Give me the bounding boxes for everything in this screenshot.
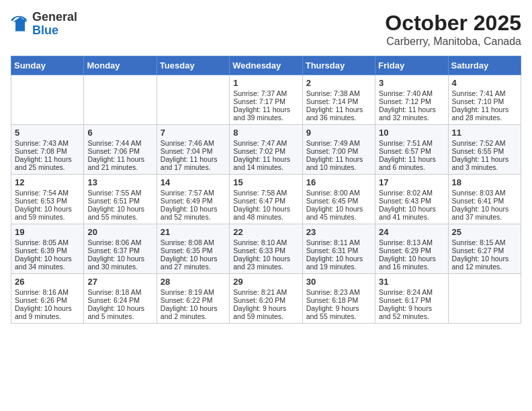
sunrise-text: Sunrise: 7:40 AM bbox=[379, 89, 444, 97]
sunrise-text: Sunrise: 8:18 AM bbox=[87, 288, 152, 296]
calendar-cell: 11Sunrise: 7:52 AMSunset: 6:55 PMDayligh… bbox=[448, 125, 521, 175]
sunset-text: Sunset: 6:18 PM bbox=[306, 296, 371, 304]
calendar-header-monday: Monday bbox=[84, 56, 157, 75]
calendar-week-row: 12Sunrise: 7:54 AMSunset: 6:53 PMDayligh… bbox=[11, 175, 521, 224]
day-number: 5 bbox=[15, 128, 80, 138]
sunset-text: Sunset: 7:00 PM bbox=[306, 147, 371, 155]
day-number: 9 bbox=[306, 128, 371, 138]
daylight-text: Daylight: 10 hours and 55 minutes. bbox=[87, 205, 152, 221]
sunrise-text: Sunrise: 8:10 AM bbox=[233, 238, 298, 246]
sunrise-text: Sunrise: 7:55 AM bbox=[87, 189, 152, 197]
daylight-text: Daylight: 11 hours and 17 minutes. bbox=[161, 155, 226, 171]
day-number: 10 bbox=[379, 128, 444, 138]
logo-general: General bbox=[32, 11, 77, 24]
calendar-header-tuesday: Tuesday bbox=[157, 56, 229, 75]
sunset-text: Sunset: 6:26 PM bbox=[15, 296, 80, 304]
daylight-text: Daylight: 10 hours and 37 minutes. bbox=[452, 205, 517, 221]
calendar-cell: 12Sunrise: 7:54 AMSunset: 6:53 PMDayligh… bbox=[11, 175, 84, 224]
daylight-text: Daylight: 11 hours and 6 minutes. bbox=[379, 155, 444, 171]
sunset-text: Sunset: 7:06 PM bbox=[87, 147, 152, 155]
sunset-text: Sunset: 7:17 PM bbox=[233, 97, 298, 105]
calendar-header-sunday: Sunday bbox=[11, 56, 84, 75]
sunset-text: Sunset: 7:14 PM bbox=[306, 97, 371, 105]
sunrise-text: Sunrise: 7:52 AM bbox=[452, 139, 517, 147]
day-number: 15 bbox=[233, 177, 298, 187]
title-block: October 2025 Carberry, Manitoba, Canada bbox=[385, 11, 521, 48]
daylight-text: Daylight: 10 hours and 19 minutes. bbox=[306, 255, 371, 271]
calendar-cell: 19Sunrise: 8:05 AMSunset: 6:39 PMDayligh… bbox=[11, 224, 84, 274]
sunset-text: Sunset: 6:33 PM bbox=[233, 246, 298, 255]
sunset-text: Sunset: 7:10 PM bbox=[452, 97, 517, 105]
day-number: 30 bbox=[306, 277, 371, 287]
calendar-cell: 3Sunrise: 7:40 AMSunset: 7:12 PMDaylight… bbox=[375, 75, 448, 125]
calendar-cell: 18Sunrise: 8:03 AMSunset: 6:41 PMDayligh… bbox=[448, 175, 521, 224]
day-number: 6 bbox=[87, 128, 152, 138]
calendar-cell: 9Sunrise: 7:49 AMSunset: 7:00 PMDaylight… bbox=[302, 125, 375, 175]
day-number: 25 bbox=[452, 227, 517, 237]
sunset-text: Sunset: 6:49 PM bbox=[161, 197, 226, 205]
page-header: General Blue October 2025 Carberry, Mani… bbox=[11, 11, 521, 48]
day-number: 17 bbox=[379, 177, 444, 187]
calendar-cell: 29Sunrise: 8:21 AMSunset: 6:20 PMDayligh… bbox=[230, 274, 302, 324]
calendar-cell: 21Sunrise: 8:08 AMSunset: 6:35 PMDayligh… bbox=[157, 224, 229, 274]
calendar-header-thursday: Thursday bbox=[302, 56, 375, 75]
sunset-text: Sunset: 6:55 PM bbox=[452, 147, 517, 155]
calendar-cell: 20Sunrise: 8:06 AMSunset: 6:37 PMDayligh… bbox=[84, 224, 157, 274]
calendar-cell: 24Sunrise: 8:13 AMSunset: 6:29 PMDayligh… bbox=[375, 224, 448, 274]
sunrise-text: Sunrise: 8:23 AM bbox=[306, 288, 371, 296]
calendar-cell: 28Sunrise: 8:19 AMSunset: 6:22 PMDayligh… bbox=[157, 274, 229, 324]
sunrise-text: Sunrise: 7:57 AM bbox=[161, 189, 226, 197]
sunset-text: Sunset: 6:27 PM bbox=[452, 246, 517, 255]
day-number: 11 bbox=[452, 128, 517, 138]
day-number: 19 bbox=[15, 227, 80, 237]
sunrise-text: Sunrise: 8:21 AM bbox=[233, 288, 298, 296]
day-number: 2 bbox=[306, 78, 371, 88]
sunset-text: Sunset: 6:39 PM bbox=[15, 246, 80, 255]
sunset-text: Sunset: 6:20 PM bbox=[233, 296, 298, 304]
daylight-text: Daylight: 10 hours and 41 minutes. bbox=[379, 205, 444, 221]
daylight-text: Daylight: 10 hours and 12 minutes. bbox=[452, 255, 517, 271]
sunset-text: Sunset: 7:12 PM bbox=[379, 97, 444, 105]
calendar-header-friday: Friday bbox=[375, 56, 448, 75]
sunset-text: Sunset: 7:08 PM bbox=[15, 147, 80, 155]
sunrise-text: Sunrise: 8:11 AM bbox=[306, 238, 371, 246]
daylight-text: Daylight: 11 hours and 14 minutes. bbox=[233, 155, 298, 171]
calendar-cell: 2Sunrise: 7:38 AMSunset: 7:14 PMDaylight… bbox=[302, 75, 375, 125]
calendar-week-row: 26Sunrise: 8:16 AMSunset: 6:26 PMDayligh… bbox=[11, 274, 521, 324]
calendar-cell: 5Sunrise: 7:43 AMSunset: 7:08 PMDaylight… bbox=[11, 125, 84, 175]
sunset-text: Sunset: 6:57 PM bbox=[379, 147, 444, 155]
sunset-text: Sunset: 6:43 PM bbox=[379, 197, 444, 205]
daylight-text: Daylight: 10 hours and 45 minutes. bbox=[306, 205, 371, 221]
calendar-cell: 30Sunrise: 8:23 AMSunset: 6:18 PMDayligh… bbox=[302, 274, 375, 324]
calendar-cell: 15Sunrise: 7:58 AMSunset: 6:47 PMDayligh… bbox=[230, 175, 302, 224]
day-number: 12 bbox=[15, 177, 80, 187]
logo: General Blue bbox=[11, 11, 77, 38]
calendar-week-row: 1Sunrise: 7:37 AMSunset: 7:17 PMDaylight… bbox=[11, 75, 521, 125]
calendar-cell: 16Sunrise: 8:00 AMSunset: 6:45 PMDayligh… bbox=[302, 175, 375, 224]
daylight-text: Daylight: 10 hours and 2 minutes. bbox=[161, 304, 226, 320]
calendar-cell bbox=[84, 75, 157, 125]
sunrise-text: Sunrise: 8:03 AM bbox=[452, 189, 517, 197]
calendar-cell: 17Sunrise: 8:02 AMSunset: 6:43 PMDayligh… bbox=[375, 175, 448, 224]
sunrise-text: Sunrise: 7:49 AM bbox=[306, 139, 371, 147]
daylight-text: Daylight: 11 hours and 10 minutes. bbox=[306, 155, 371, 171]
sunrise-text: Sunrise: 8:06 AM bbox=[87, 238, 152, 246]
calendar-header-row: SundayMondayTuesdayWednesdayThursdayFrid… bbox=[11, 56, 521, 75]
logo-icon bbox=[11, 15, 30, 34]
calendar-header-wednesday: Wednesday bbox=[230, 56, 302, 75]
day-number: 28 bbox=[161, 277, 226, 287]
sunset-text: Sunset: 6:37 PM bbox=[87, 246, 152, 255]
calendar-cell: 10Sunrise: 7:51 AMSunset: 6:57 PMDayligh… bbox=[375, 125, 448, 175]
calendar-cell: 26Sunrise: 8:16 AMSunset: 6:26 PMDayligh… bbox=[11, 274, 84, 324]
calendar-header-saturday: Saturday bbox=[448, 56, 521, 75]
daylight-text: Daylight: 11 hours and 36 minutes. bbox=[306, 105, 371, 122]
logo-text: General Blue bbox=[32, 11, 77, 38]
calendar-cell: 8Sunrise: 7:47 AMSunset: 7:02 PMDaylight… bbox=[230, 125, 302, 175]
daylight-text: Daylight: 9 hours and 59 minutes. bbox=[233, 304, 298, 320]
daylight-text: Daylight: 11 hours and 21 minutes. bbox=[87, 155, 152, 171]
daylight-text: Daylight: 10 hours and 30 minutes. bbox=[87, 255, 152, 271]
sunrise-text: Sunrise: 7:37 AM bbox=[233, 89, 298, 97]
sunset-text: Sunset: 7:04 PM bbox=[161, 147, 226, 155]
day-number: 27 bbox=[87, 277, 152, 287]
sunrise-text: Sunrise: 7:47 AM bbox=[233, 139, 298, 147]
